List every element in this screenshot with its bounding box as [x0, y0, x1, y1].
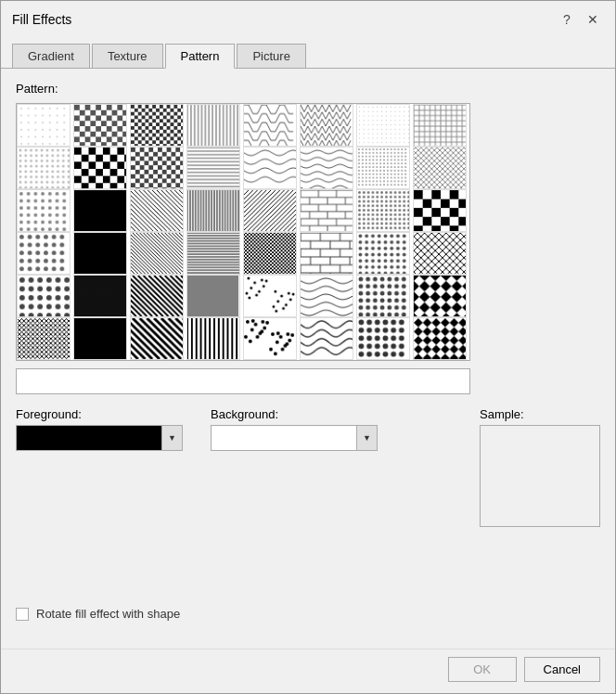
pattern-cell[interactable]	[300, 104, 353, 147]
pattern-cell[interactable]	[17, 232, 71, 275]
pattern-cell[interactable]	[73, 232, 127, 275]
pattern-cell[interactable]	[130, 275, 184, 317]
tab-pattern[interactable]: Pattern	[165, 44, 236, 69]
tab-content: Pattern: Foreground: ▼	[1, 69, 615, 649]
pattern-cell[interactable]	[300, 317, 353, 360]
pattern-cell[interactable]	[243, 147, 297, 189]
cancel-button[interactable]: Cancel	[524, 657, 600, 682]
pattern-cell[interactable]	[413, 275, 467, 317]
pattern-cell[interactable]	[243, 104, 297, 147]
pattern-cell[interactable]	[130, 147, 184, 189]
pattern-cell[interactable]	[300, 189, 353, 232]
rotate-label: Rotate fill effect with shape	[36, 607, 180, 621]
pattern-label: Pattern:	[16, 82, 600, 96]
pattern-cell[interactable]	[17, 317, 71, 360]
sample-section: Sample:	[480, 407, 600, 527]
pattern-cell[interactable]	[73, 275, 127, 317]
tab-bar: Gradient Texture Pattern Picture	[1, 36, 615, 69]
foreground-arrow-icon: ▼	[161, 426, 182, 450]
pattern-cell[interactable]	[356, 317, 410, 360]
selected-pattern-display	[16, 368, 470, 394]
pattern-grid	[16, 103, 470, 361]
pattern-cell[interactable]	[130, 317, 184, 360]
pattern-cell[interactable]	[413, 317, 467, 360]
background-dropdown[interactable]: ▼	[211, 425, 378, 451]
pattern-cell[interactable]	[186, 147, 240, 189]
pattern-cell[interactable]	[73, 104, 127, 147]
foreground-group: Foreground: ▼	[16, 407, 183, 451]
pattern-cell[interactable]	[186, 189, 240, 232]
rotate-checkbox[interactable]	[16, 608, 29, 621]
pattern-cell[interactable]	[243, 189, 297, 232]
background-group: Background: ▼	[211, 407, 378, 451]
pattern-cell[interactable]	[17, 104, 71, 147]
sample-box	[480, 425, 600, 527]
background-swatch	[212, 426, 356, 450]
pattern-cell[interactable]	[130, 232, 184, 275]
foreground-label: Foreground:	[16, 407, 183, 421]
ok-button[interactable]: OK	[448, 657, 517, 682]
pattern-cell[interactable]	[356, 275, 410, 317]
pattern-cell[interactable]	[73, 189, 127, 232]
pattern-cell[interactable]	[413, 147, 467, 189]
pattern-cell[interactable]	[300, 147, 353, 189]
foreground-swatch	[17, 426, 161, 450]
title-bar: Fill Effects ? ✕	[1, 1, 615, 36]
pattern-cell[interactable]	[73, 147, 127, 189]
pattern-cell[interactable]	[243, 275, 297, 317]
pattern-cell[interactable]	[130, 189, 184, 232]
pattern-cell[interactable]	[243, 317, 297, 360]
pattern-cell[interactable]	[186, 275, 240, 317]
pattern-cell[interactable]	[300, 232, 353, 275]
background-arrow-icon: ▼	[356, 426, 377, 450]
pattern-tab-content: Pattern: Foreground: ▼	[16, 82, 600, 636]
pattern-cell[interactable]	[413, 189, 467, 232]
pattern-cell[interactable]	[186, 317, 240, 360]
pattern-cell[interactable]	[356, 104, 410, 147]
pattern-cell[interactable]	[300, 275, 353, 317]
title-buttons: ? ✕	[556, 8, 604, 31]
pattern-cell[interactable]	[356, 189, 410, 232]
dialog-title: Fill Effects	[12, 12, 71, 27]
pattern-cell[interactable]	[243, 232, 297, 275]
tab-gradient[interactable]: Gradient	[12, 44, 90, 68]
pattern-cell[interactable]	[17, 189, 71, 232]
close-button[interactable]: ✕	[582, 8, 604, 31]
pattern-cell[interactable]	[130, 104, 184, 147]
pattern-cell[interactable]	[17, 147, 71, 189]
background-label: Background:	[211, 407, 378, 421]
pattern-cell[interactable]	[186, 232, 240, 275]
pattern-cell[interactable]	[17, 275, 71, 317]
foreground-dropdown[interactable]: ▼	[16, 425, 183, 451]
button-row: OK Cancel	[1, 649, 615, 693]
sample-label: Sample:	[480, 407, 524, 421]
pattern-cell[interactable]	[413, 104, 467, 147]
rotate-row: Rotate fill effect with shape	[16, 607, 600, 621]
pattern-cell[interactable]	[186, 104, 240, 147]
pattern-cell[interactable]	[413, 232, 467, 275]
help-button[interactable]: ?	[556, 8, 578, 31]
pattern-cell[interactable]	[73, 317, 127, 360]
tab-picture[interactable]: Picture	[237, 44, 305, 68]
pattern-cell[interactable]	[356, 147, 410, 189]
fill-effects-dialog: Fill Effects ? ✕ Gradient Texture Patter…	[0, 0, 616, 694]
bottom-section: Rotate fill effect with shape	[16, 592, 600, 636]
pattern-cell[interactable]	[356, 232, 410, 275]
tab-texture[interactable]: Texture	[92, 44, 163, 68]
